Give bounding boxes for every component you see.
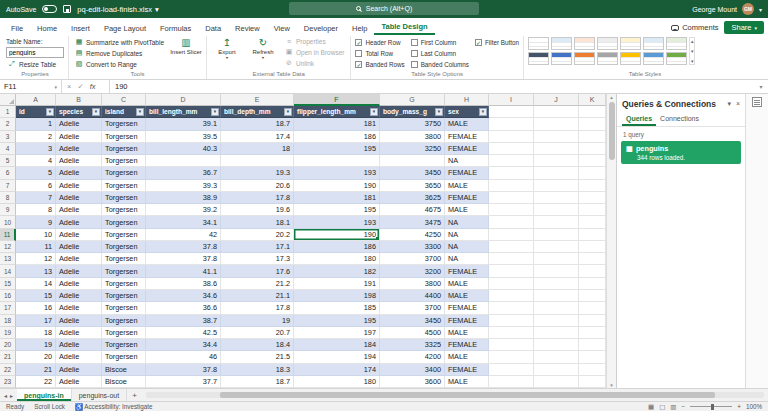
checkbox-banded-columns[interactable]: Banded Columns — [411, 59, 469, 69]
filter-button-island[interactable]: ▾ — [136, 108, 144, 116]
row-header-6[interactable]: 6 — [0, 167, 16, 179]
cell-G17[interactable]: 3700 — [380, 302, 445, 314]
table-style-thumbnail[interactable] — [551, 37, 572, 50]
cell-H15[interactable]: MALE — [445, 278, 489, 290]
cell-E19[interactable]: 20.7 — [221, 327, 294, 339]
table-header-species[interactable]: species▾ — [56, 106, 102, 118]
cell-A8[interactable]: 7 — [16, 192, 56, 204]
table-style-thumbnail[interactable] — [620, 52, 641, 65]
save-icon[interactable] — [63, 5, 71, 13]
cell-H17[interactable]: FEMALE — [445, 302, 489, 314]
cell-B4[interactable]: Adelie — [56, 143, 102, 155]
cell-A14[interactable]: 13 — [16, 265, 56, 277]
cell-D18[interactable]: 38.7 — [146, 315, 221, 327]
tab-review[interactable]: Review — [228, 21, 267, 35]
filter-button-sex[interactable]: ▾ — [479, 108, 487, 116]
cell-H6[interactable]: FEMALE — [445, 167, 489, 179]
cell-C23[interactable]: Biscoe — [102, 376, 146, 388]
cell-I4[interactable] — [489, 143, 534, 155]
cell-E5[interactable] — [221, 155, 294, 167]
cell-E4[interactable]: 18 — [221, 143, 294, 155]
cell-B12[interactable]: Adelie — [56, 241, 102, 253]
cell-E12[interactable]: 17.1 — [221, 241, 294, 253]
cell-G19[interactable]: 4500 — [380, 327, 445, 339]
cell-H18[interactable]: FEMALE — [445, 315, 489, 327]
vertical-scrollbar-thumb[interactable] — [609, 102, 615, 160]
cell-D21[interactable]: 46 — [146, 351, 221, 363]
cell-J20[interactable] — [534, 339, 579, 351]
cell-D22[interactable]: 37.8 — [146, 364, 221, 376]
cell-E15[interactable]: 21.2 — [221, 278, 294, 290]
cell-G11[interactable]: 4250 — [380, 229, 445, 241]
cell-B19[interactable]: Adelie — [56, 327, 102, 339]
cell-B5[interactable]: Adelie — [56, 155, 102, 167]
tab-page-layout[interactable]: Page Layout — [97, 21, 153, 35]
cell-J8[interactable] — [534, 192, 579, 204]
cell-B13[interactable]: Adelie — [56, 253, 102, 265]
column-header-F[interactable]: F — [294, 94, 380, 106]
task-pane-icon[interactable] — [752, 97, 762, 107]
row-header-12[interactable]: 12 — [0, 241, 16, 253]
cell-I7[interactable] — [489, 180, 534, 192]
cell-J2[interactable] — [534, 118, 579, 130]
cell-C11[interactable]: Torgersen — [102, 229, 146, 241]
cell-H11[interactable]: NA — [445, 229, 489, 241]
cell-I2[interactable] — [489, 118, 534, 130]
cell-A12[interactable]: 11 — [16, 241, 56, 253]
panel-menu-icon[interactable]: ▾ — [727, 100, 731, 108]
cell-A3[interactable]: 2 — [16, 131, 56, 143]
row-header-2[interactable]: 2 — [0, 118, 16, 130]
filter-button-body-mass-g[interactable]: ▾ — [435, 108, 443, 116]
table-header-bill-length-mm[interactable]: bill_length_mm▾ — [146, 106, 221, 118]
cell-G4[interactable]: 3250 — [380, 143, 445, 155]
cell-B6[interactable]: Adelie — [56, 167, 102, 179]
export-button[interactable]: ↥ Export ▾ — [211, 37, 243, 60]
ribbon-options-icon[interactable]: ▾ — [759, 6, 762, 13]
cell-E13[interactable]: 17.3 — [221, 253, 294, 265]
zoom-in-icon[interactable]: + — [737, 403, 741, 410]
cell-J3[interactable] — [534, 131, 579, 143]
cell-C9[interactable]: Torgersen — [102, 204, 146, 216]
cell-F15[interactable]: 191 — [294, 278, 380, 290]
cell-G23[interactable]: 3600 — [380, 376, 445, 388]
checkbox-filter-button[interactable]: ✓Filter Button — [475, 37, 519, 47]
column-header-G[interactable]: G — [380, 94, 445, 106]
cell-K11[interactable] — [579, 229, 606, 241]
cell-B15[interactable]: Adelie — [56, 278, 102, 290]
filter-button-id[interactable]: ▾ — [46, 108, 54, 116]
cell-E9[interactable]: 19.6 — [221, 204, 294, 216]
cell-K21[interactable] — [579, 351, 606, 363]
cell-K12[interactable] — [579, 241, 606, 253]
accessibility-status[interactable]: ♿ Accessibility: Investigate — [75, 403, 153, 411]
cell-G6[interactable]: 3450 — [380, 167, 445, 179]
cell-C2[interactable]: Torgersen — [102, 118, 146, 130]
cell-I17[interactable] — [489, 302, 534, 314]
cell-A23[interactable]: 22 — [16, 376, 56, 388]
cell-D8[interactable]: 38.9 — [146, 192, 221, 204]
cell-C3[interactable]: Torgersen — [102, 131, 146, 143]
cell-B23[interactable]: Adelie — [56, 376, 102, 388]
insert-function-button[interactable]: fx — [90, 82, 96, 91]
table-style-thumbnail[interactable] — [620, 37, 641, 50]
cell-K13[interactable] — [579, 253, 606, 265]
cell-C10[interactable]: Torgersen — [102, 216, 146, 228]
cell-E22[interactable]: 18.3 — [221, 364, 294, 376]
unlink-button[interactable]: ⊘Unlink — [283, 58, 346, 68]
cell-E23[interactable]: 18.7 — [221, 376, 294, 388]
cell-F10[interactable]: 193 — [294, 216, 380, 228]
cell-C22[interactable]: Biscoe — [102, 364, 146, 376]
autosave-toggle[interactable] — [42, 5, 57, 13]
table-style-thumbnail[interactable] — [574, 52, 595, 65]
cell-H21[interactable]: MALE — [445, 351, 489, 363]
cell-I22[interactable] — [489, 364, 534, 376]
cell-G12[interactable]: 3300 — [380, 241, 445, 253]
cell-F9[interactable]: 195 — [294, 204, 380, 216]
cell-C16[interactable]: Torgersen — [102, 290, 146, 302]
tab-home[interactable]: Home — [30, 21, 64, 35]
page-layout-view-icon[interactable]: ▢ — [659, 403, 665, 411]
table-style-thumbnail[interactable] — [597, 37, 618, 50]
panel-close-icon[interactable]: × — [736, 100, 740, 108]
query-item-penguins[interactable]: ▦ penguins 344 rows loaded. — [621, 141, 741, 164]
cell-D11[interactable]: 42 — [146, 229, 221, 241]
sheet-nav-left-icon[interactable]: ◂ — [4, 392, 7, 399]
